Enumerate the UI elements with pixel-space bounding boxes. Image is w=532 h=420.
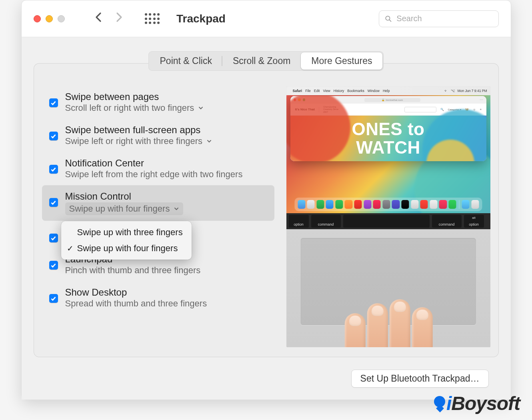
options-column: Swipe between pages Scroll left or right… (42, 86, 274, 349)
back-button[interactable] (95, 12, 102, 26)
option-subtitle-picker[interactable]: Scroll left or right with two fingers (65, 103, 204, 113)
search-box[interactable] (379, 10, 499, 27)
option-swipe-between-pages: Swipe between pages Scroll left or right… (42, 86, 274, 119)
control-center-icon: ⌥ (451, 89, 455, 93)
preview-menubar-right: ᯤ ⌥ Mon Jun 7 9:41 PM (444, 89, 487, 93)
search-input[interactable] (396, 14, 492, 23)
body-area: Point & Click Scroll & Zoom More Gesture… (22, 37, 511, 400)
option-title: Notification Center (65, 158, 243, 169)
option-notification-center: Notification Center Swipe left from the … (42, 152, 274, 185)
forward-button[interactable] (116, 12, 123, 26)
check-icon: ✓ (67, 244, 74, 253)
preview-keyboard-strip: option command command altoption (286, 213, 490, 229)
option-title: Swipe between full-screen apps (65, 124, 212, 136)
preview-address-bar: 🔒itsnicethat.com (364, 98, 420, 102)
option-subtitle: Spread with thumb and three fingers (65, 298, 207, 309)
traffic-lights (34, 15, 65, 22)
tab-more-gestures[interactable]: More Gestures (301, 52, 382, 70)
preview-menubar: Safari File Edit View History Bookmarks … (286, 86, 490, 95)
watermark: iBoysoft (434, 392, 520, 414)
dropdown-item-three-fingers[interactable]: Swipe up with three fingers (61, 224, 192, 240)
preview-hand (344, 299, 448, 347)
option-title: Mission Control (65, 191, 184, 202)
tab-point-click[interactable]: Point & Click (150, 52, 222, 70)
checkbox-swipe-between-apps[interactable] (49, 132, 58, 140)
settings-panel: Swipe between pages Scroll left or right… (34, 63, 499, 357)
option-swipe-between-apps: Swipe between full-screen apps Swipe lef… (42, 119, 274, 152)
option-subtitle: Swipe left from the right edge with two … (65, 169, 243, 180)
option-show-desktop: Show Desktop Spread with thumb and three… (42, 281, 274, 314)
option-title: Swipe between pages (65, 91, 204, 102)
checkbox-app-expose[interactable] (49, 234, 58, 242)
close-button[interactable] (34, 15, 41, 22)
preview-app-name: Safari (293, 89, 302, 93)
preview-wallpaper: 🔒itsnicethat.com ⋯ It's Nice That Champi… (286, 95, 490, 213)
option-mission-control: Mission Control Swipe up with four finge… (42, 185, 274, 221)
chevron-down-icon (206, 138, 212, 144)
show-all-icon[interactable] (145, 13, 160, 24)
nav-buttons (95, 12, 123, 26)
preview-dock (294, 198, 482, 211)
titlebar: Trackpad (22, 0, 511, 37)
checkbox-launchpad[interactable] (49, 261, 58, 270)
preview-headline: ONES toWATCH (352, 120, 425, 157)
checkbox-show-desktop[interactable] (49, 294, 58, 303)
mission-control-dropdown: Swipe up with three fingers ✓ Swipe up w… (61, 221, 192, 260)
chevron-down-icon (198, 105, 204, 111)
magnifier-icon: 🔍 (440, 108, 444, 111)
preview-safari-window: 🔒itsnicethat.com ⋯ It's Nice That Champi… (290, 96, 486, 161)
preferences-window: Trackpad Point & Click Scroll & Zoom Mor… (21, 0, 511, 400)
option-title: Show Desktop (65, 287, 207, 298)
option-subtitle-picker[interactable]: Swipe left or right with three fingers (65, 136, 212, 146)
search-icon (385, 15, 392, 23)
menu-icon: ≡ (480, 108, 481, 111)
minimize-button[interactable] (46, 15, 53, 22)
watermark-icon (434, 396, 445, 407)
checkbox-notification-center[interactable] (49, 165, 58, 174)
wifi-icon: ᯤ (444, 89, 448, 93)
preview-trackpad-area (286, 229, 490, 347)
gesture-preview: Safari File Edit View History Bookmarks … (286, 86, 490, 347)
page-title: Trackpad (176, 12, 226, 25)
checkbox-mission-control[interactable] (49, 198, 58, 207)
svg-line-1 (389, 20, 391, 21)
chevron-down-icon (174, 206, 179, 212)
zoom-button[interactable] (58, 15, 65, 22)
tab-strip: Point & Click Scroll & Zoom More Gesture… (148, 51, 384, 71)
preview-search-mini (404, 107, 436, 112)
tab-scroll-zoom[interactable]: Scroll & Zoom (222, 52, 301, 70)
setup-bluetooth-trackpad-button[interactable]: Set Up Bluetooth Trackpad… (351, 370, 489, 388)
dropdown-item-four-fingers[interactable]: ✓ Swipe up with four fingers (61, 240, 192, 256)
option-subtitle-picker[interactable]: Swipe up with four fingers (65, 202, 184, 215)
option-subtitle: Pinch with thumb and three fingers (65, 265, 201, 276)
checkbox-swipe-between-pages[interactable] (49, 98, 58, 107)
